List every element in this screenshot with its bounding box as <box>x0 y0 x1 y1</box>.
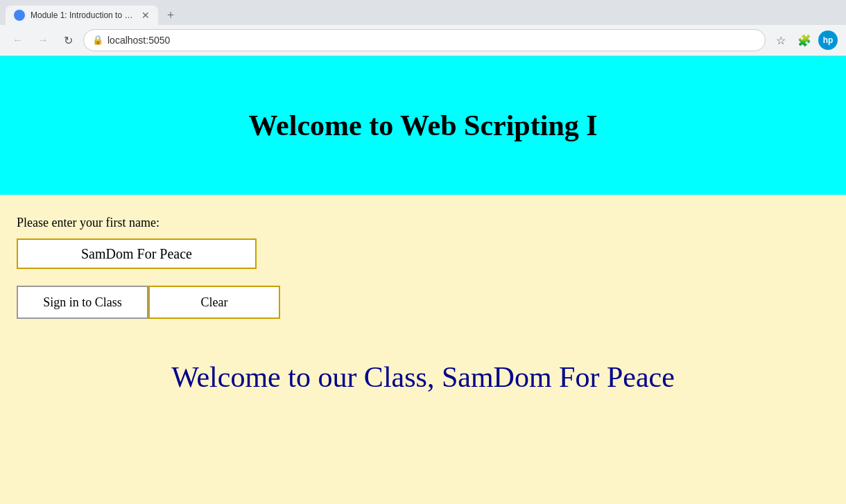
forward-button[interactable]: → <box>33 31 53 50</box>
new-tab-button[interactable]: + <box>161 6 180 25</box>
bookmark-icon[interactable]: ☆ <box>771 31 791 50</box>
active-tab[interactable]: Module 1: Introduction to JavaSc ✕ <box>6 6 158 25</box>
main-content: Please enter your first name: Sign in to… <box>0 195 846 435</box>
sign-in-button[interactable]: Sign in to Class <box>17 286 148 319</box>
back-button[interactable]: ← <box>8 31 28 50</box>
extensions-icon[interactable]: 🧩 <box>795 31 814 50</box>
first-name-input[interactable] <box>17 238 257 269</box>
input-label: Please enter your first name: <box>17 216 829 230</box>
address-bar[interactable]: 🔒 localhost:5050 <box>83 29 766 51</box>
security-icon: 🔒 <box>92 35 103 46</box>
tab-title: Module 1: Introduction to JavaSc <box>31 10 133 20</box>
hp-brand-icon: hp <box>818 31 838 50</box>
reload-button[interactable]: ↻ <box>58 31 78 50</box>
page-title: Welcome to Web Scripting I <box>248 109 597 142</box>
tab-bar: Module 1: Introduction to JavaSc ✕ + <box>0 0 846 25</box>
welcome-output: Welcome to our Class, SamDom For Peace <box>17 347 829 408</box>
tab-close-icon[interactable]: ✕ <box>141 10 150 21</box>
url-text: localhost:5050 <box>107 35 757 46</box>
browser-chrome: Module 1: Introduction to JavaSc ✕ + ← →… <box>0 0 846 56</box>
nav-bar: ← → ↻ 🔒 localhost:5050 ☆ 🧩 hp <box>0 25 846 55</box>
tab-favicon <box>14 10 25 21</box>
header-banner: Welcome to Web Scripting I <box>0 56 846 195</box>
clear-button[interactable]: Clear <box>148 286 280 319</box>
nav-right-icons: ☆ 🧩 hp <box>771 31 838 50</box>
button-row: Sign in to Class Clear <box>17 286 829 319</box>
